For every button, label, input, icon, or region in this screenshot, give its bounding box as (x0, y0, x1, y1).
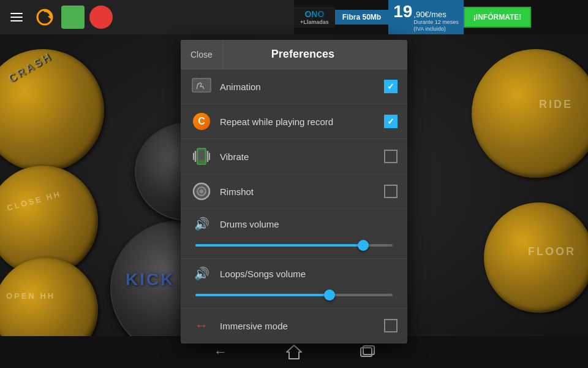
loops-slider-container (195, 289, 393, 301)
drums-slider-container (195, 240, 393, 251)
immersive-icon: ↔ (190, 315, 213, 337)
loops-volume-text: Loops/Songs volume (220, 269, 306, 279)
svg-rect-2 (192, 79, 211, 92)
preferences-panel: Close Preferences Animation C (181, 40, 407, 343)
drums-volume-label-row: 🔊 Drums volume (190, 213, 398, 235)
drums-slider-thumb[interactable] (358, 240, 369, 251)
rimshot-label: Rimshot (220, 186, 384, 197)
prefs-title: Preferences (223, 48, 407, 61)
arrows-icon: ↔ (195, 318, 208, 334)
rimshot-checkbox[interactable] (384, 185, 398, 198)
preferences-overlay: Close Preferences Animation C (0, 0, 588, 368)
svg-rect-11 (198, 150, 205, 160)
rimshot-icon-svg (192, 182, 211, 201)
animation-pref-item[interactable]: Animation (181, 69, 407, 104)
loops-volume-section: 🔊 Loops/Songs volume (181, 259, 407, 309)
animation-label: Animation (220, 82, 384, 92)
rimshot-pref-item[interactable]: Rimshot (181, 174, 407, 209)
close-button[interactable]: Close (181, 40, 223, 69)
speaker-blue-icon: 🔊 (194, 217, 209, 231)
svg-point-14 (200, 190, 203, 193)
repeat-checkbox[interactable] (384, 115, 398, 128)
loops-slider-thumb[interactable] (324, 289, 335, 301)
drums-volume-icon: 🔊 (190, 213, 213, 235)
speaker-purple-icon: 🔊 (194, 266, 209, 281)
rimshot-icon (190, 180, 213, 202)
immersive-label: Immersive mode (220, 321, 384, 331)
animation-icon-svg (192, 78, 211, 95)
loops-volume-label-row: 🔊 Loops/Songs volume (190, 263, 398, 285)
repeat-icon-shape: C (193, 113, 210, 130)
animation-icon (190, 75, 213, 98)
vibrate-checkbox[interactable] (384, 150, 398, 163)
drums-volume-text: Drums volume (220, 219, 279, 229)
drums-slider-fill (195, 244, 363, 247)
animation-checkbox[interactable] (384, 80, 398, 93)
loops-slider-fill (195, 294, 330, 296)
vibrate-icon (190, 145, 213, 167)
prefs-header: Close Preferences (181, 40, 407, 69)
loops-volume-icon: 🔊 (190, 263, 213, 285)
vibrate-label: Vibrate (220, 151, 384, 162)
immersive-checkbox[interactable] (384, 319, 398, 332)
immersive-pref-item[interactable]: ↔ Immersive mode (181, 309, 407, 343)
repeat-pref-item[interactable]: C Repeat while playing record (181, 104, 407, 139)
vibrate-icon-svg (192, 147, 211, 166)
repeat-label: Repeat while playing record (220, 117, 384, 127)
drums-volume-section: 🔊 Drums volume (181, 209, 407, 259)
repeat-icon: C (190, 110, 213, 132)
vibrate-pref-item[interactable]: Vibrate (181, 139, 407, 174)
